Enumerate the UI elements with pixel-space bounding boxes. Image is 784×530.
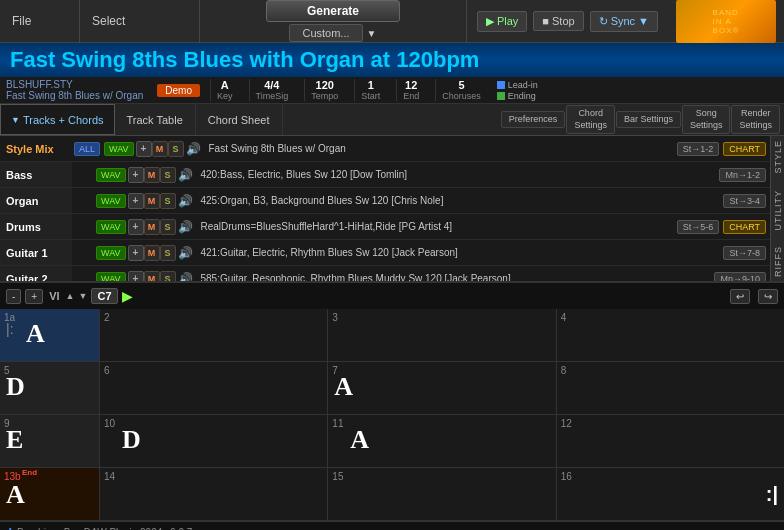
piano-plus-button[interactable]: +: [25, 289, 43, 304]
chord-settings-button[interactable]: ChordSettings: [566, 105, 615, 134]
vi-label: VI: [49, 290, 59, 302]
tempo-info: 120 Tempo: [304, 79, 344, 101]
plus-button-drums[interactable]: +: [128, 219, 144, 235]
piano-note: C7: [91, 288, 117, 304]
choruses-info: 5 Choruses: [435, 79, 487, 101]
chord-cell-2[interactable]: 2: [100, 309, 328, 361]
play-button[interactable]: ▶ Play: [477, 11, 527, 32]
sidebar-riffs-label[interactable]: RIFFS: [773, 246, 783, 277]
tracks-arrow-icon: ▼: [11, 115, 20, 125]
all-button-style-mix[interactable]: ALL: [74, 142, 100, 156]
chord-cell-15[interactable]: 15: [328, 468, 556, 520]
chord-cell-12[interactable]: 12: [557, 415, 784, 467]
chord-cell-14[interactable]: 14: [100, 468, 328, 520]
s-button-guitar2[interactable]: S: [160, 271, 176, 282]
sidebar-utility-label[interactable]: UTILITY: [773, 190, 783, 231]
preferences-button[interactable]: Preferences: [501, 111, 566, 129]
key-label: Key: [217, 91, 233, 101]
tab-chord-sheet[interactable]: Chord Sheet: [196, 104, 283, 135]
file-menu[interactable]: File: [0, 0, 80, 42]
s-button-guitar1[interactable]: S: [160, 245, 176, 261]
plus-button-guitar1[interactable]: +: [128, 245, 144, 261]
generate-area: Generate Custom... ▼: [200, 0, 466, 42]
speaker-drums[interactable]: 🔊: [178, 220, 193, 234]
wav-button-style-mix[interactable]: WAV: [104, 142, 134, 156]
chart-button-drums[interactable]: CHART: [723, 220, 766, 234]
sidebar-style-label[interactable]: STYLE: [773, 140, 783, 174]
piano-minus-button[interactable]: -: [6, 289, 21, 304]
chord-cell-9[interactable]: 9 E: [0, 415, 100, 467]
chord-cell-6[interactable]: 6: [100, 362, 328, 414]
status-bar: ℹ Band-in-a-Box DAW Plugin 2024 v6.0.7: [0, 521, 784, 530]
choruses-label: Choruses: [442, 91, 481, 101]
m-button-style-mix[interactable]: M: [152, 141, 168, 157]
chord-cell-5[interactable]: 5 D: [0, 362, 100, 414]
m-button-bass[interactable]: M: [144, 167, 160, 183]
plus-button-style-mix[interactable]: +: [136, 141, 152, 157]
wav-button-bass[interactable]: WAV: [96, 168, 126, 182]
generate-button[interactable]: Generate: [266, 0, 400, 22]
m-button-drums[interactable]: M: [144, 219, 160, 235]
s-button-style-mix[interactable]: S: [168, 141, 184, 157]
tab-track-table[interactable]: Track Table: [115, 104, 196, 135]
track-badge-organ: St→3-4: [723, 194, 766, 208]
chord-cell-8[interactable]: 8: [557, 362, 784, 414]
wav-button-drums[interactable]: WAV: [96, 220, 126, 234]
chord-cell-7[interactable]: 7 A: [328, 362, 556, 414]
track-name-guitar1: Guitar 1: [0, 240, 72, 265]
speaker-organ[interactable]: 🔊: [178, 194, 193, 208]
filename: BLSHUFF.STY: [6, 79, 143, 90]
plus-button-organ[interactable]: +: [128, 193, 144, 209]
piano-play-icon[interactable]: ▶: [122, 288, 133, 304]
bar-settings-button[interactable]: Bar Settings: [616, 111, 681, 129]
up-arrow-icon: ▲: [66, 291, 75, 301]
s-button-bass[interactable]: S: [160, 167, 176, 183]
tracks-table: Style Mix ALL WAV + M S 🔊 Fast Swing 8th…: [0, 136, 770, 281]
select-menu[interactable]: Select: [80, 0, 200, 42]
speaker-guitar1[interactable]: 🔊: [178, 246, 193, 260]
track-content-bass: 420:Bass, Electric, Blues Sw 120 [Dow To…: [195, 169, 720, 180]
speaker-style-mix[interactable]: 🔊: [186, 142, 201, 156]
chord-cell-4[interactable]: 4: [557, 309, 784, 361]
chord-cell-3[interactable]: 3: [328, 309, 556, 361]
chord-cell-10[interactable]: 10 D: [100, 415, 328, 467]
right-sidebar: STYLE UTILITY RIFFS: [770, 136, 784, 281]
down-arrow-icon: ▼: [79, 291, 88, 301]
track-badge-guitar2: Mn→9-10: [714, 272, 766, 282]
undo-button[interactable]: ↩: [730, 289, 750, 304]
song-settings-button[interactable]: SongSettings: [682, 105, 731, 134]
chord-cell-16[interactable]: 16 :|: [557, 468, 784, 520]
speaker-guitar2[interactable]: 🔊: [178, 272, 193, 282]
s-button-drums[interactable]: S: [160, 219, 176, 235]
plus-button-bass[interactable]: +: [128, 167, 144, 183]
wav-button-organ[interactable]: WAV: [96, 194, 126, 208]
wav-button-guitar2[interactable]: WAV: [96, 272, 126, 282]
m-button-guitar2[interactable]: M: [144, 271, 160, 282]
stop-icon: ■: [542, 15, 549, 27]
chord-name-10: D: [122, 425, 141, 455]
track-badge-drums: St→5-6: [677, 220, 720, 234]
render-settings-button[interactable]: RenderSettings: [731, 105, 780, 134]
plus-button-guitar2[interactable]: +: [128, 271, 144, 282]
logo-area: BAND IN A BOX®: [668, 0, 784, 42]
speaker-bass[interactable]: 🔊: [178, 168, 193, 182]
logo-text-band: BAND IN A BOX®: [713, 8, 740, 35]
sync-label: Sync: [611, 15, 635, 27]
m-button-guitar1[interactable]: M: [144, 245, 160, 261]
custom-dropdown-arrow[interactable]: ▼: [367, 28, 377, 39]
bar-num-12: 12: [561, 418, 572, 429]
s-button-organ[interactable]: S: [160, 193, 176, 209]
chord-cell-13b[interactable]: 13b End A: [0, 468, 100, 520]
sync-button[interactable]: ↻ Sync ▼: [590, 11, 658, 32]
chord-cell-1a[interactable]: 1a |: A: [0, 309, 100, 361]
redo-button[interactable]: ↪: [758, 289, 778, 304]
wav-button-guitar1[interactable]: WAV: [96, 246, 126, 260]
chart-button-style-mix[interactable]: CHART: [723, 142, 766, 156]
custom-button[interactable]: Custom...: [289, 24, 362, 42]
end-info: 12 End: [396, 79, 425, 101]
chord-cell-11[interactable]: 11 A: [328, 415, 556, 467]
stop-button[interactable]: ■ Stop: [533, 11, 583, 31]
demo-button[interactable]: Demo: [157, 84, 200, 97]
m-button-organ[interactable]: M: [144, 193, 160, 209]
tab-tracks-chords[interactable]: ▼ Tracks + Chords: [0, 104, 115, 135]
